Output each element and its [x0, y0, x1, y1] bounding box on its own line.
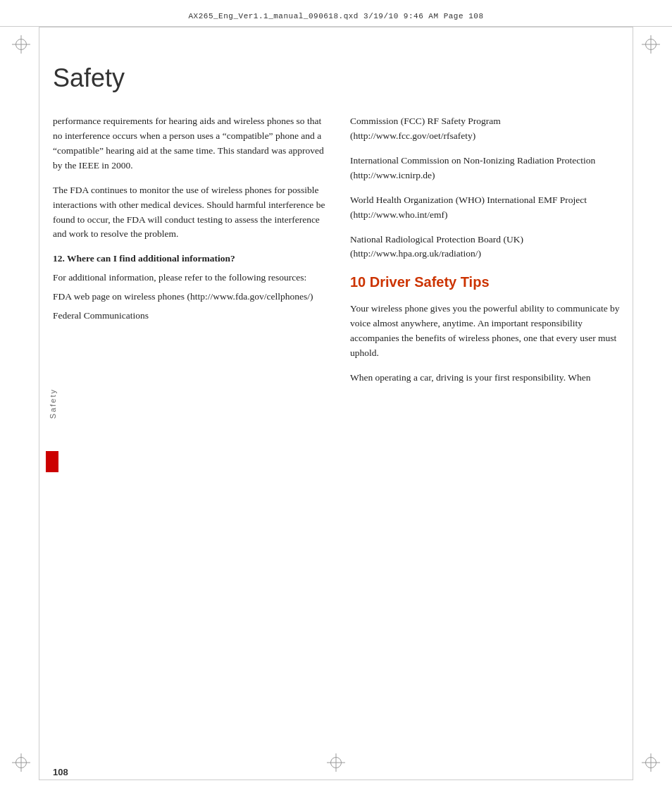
right-column: Commission (FCC) RF Safety Program (http… [350, 114, 626, 395]
driver-tips-heading: 10 Driver Safety Tips [350, 271, 626, 293]
border-right [633, 27, 633, 780]
border-left [39, 27, 39, 780]
section-heading: 12. Where can I find additional informat… [53, 252, 329, 266]
right-resource-1: Commission (FCC) RF Safety Program (http… [350, 114, 626, 144]
driver-tips-para-1: Your wireless phone gives you the powerf… [350, 302, 626, 361]
reg-mark-bottom-right [645, 757, 657, 768]
resource-1: FDA web page on wireless phones (http://… [53, 290, 329, 304]
right-resource-3: World Health Organization (WHO) Internat… [350, 193, 626, 223]
left-column: performance requirements for hearing aid… [53, 114, 329, 395]
right-resource-2: International Commission on Non-Ionizing… [350, 154, 626, 183]
reg-mark-top-right [645, 39, 657, 50]
right-resource-4: National Radiological Protection Board (… [350, 233, 626, 262]
left-para-2: The FDA continues to monitor the use of … [53, 183, 329, 242]
content-area: Safety performance requirements for hear… [46, 32, 626, 775]
driver-tips-para-2: When operating a car, driving is your fi… [350, 371, 626, 386]
resource-2: Federal Communications [53, 309, 329, 324]
reg-mark-bottom-left [15, 757, 27, 768]
bottom-separator [53, 780, 619, 780]
page: AX265_Eng_Ver1.1_manual_090618.qxd 3/19/… [0, 0, 672, 807]
border-top [39, 27, 633, 27]
page-title: Safety [53, 63, 626, 93]
section-subtext: For additional information, please refer… [53, 271, 329, 285]
header-text: AX265_Eng_Ver1.1_manual_090618.qxd 3/19/… [189, 12, 484, 20]
left-para-1: performance requirements for hearing aid… [53, 114, 329, 173]
two-columns: performance requirements for hearing aid… [53, 114, 626, 395]
reg-mark-top-left [15, 39, 27, 50]
header-bar: AX265_Eng_Ver1.1_manual_090618.qxd 3/19/… [0, 6, 672, 27]
